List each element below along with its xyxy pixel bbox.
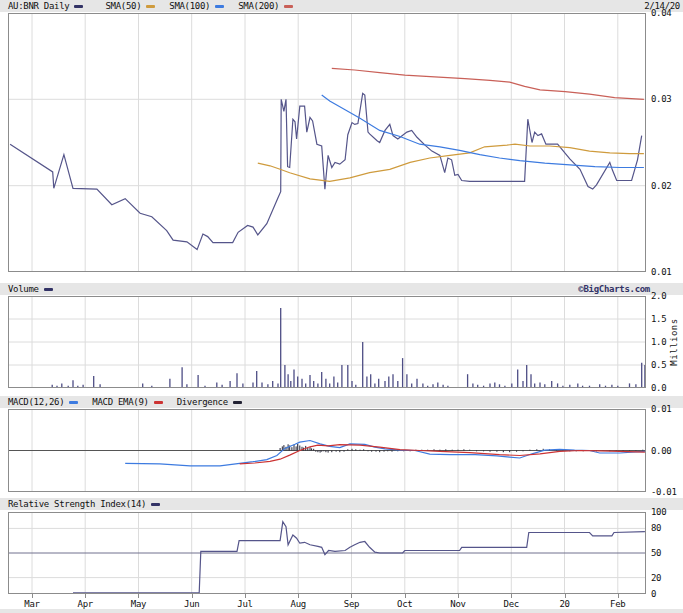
y-axis-label: 1.5	[651, 315, 666, 324]
macd-ema-legend-item: MACD EMA(9)	[92, 397, 162, 407]
y-axis-label: 100	[651, 508, 666, 517]
price-y-axis: 0.040.030.020.01	[651, 13, 683, 272]
stock-chart-page: AU:BNR Daily SMA(50) SMA(100) SMA(200) 2…	[0, 0, 683, 613]
x-axis-tick	[351, 594, 352, 598]
bottom-bar	[0, 609, 683, 613]
rsi-y-axis: 1008050200	[651, 512, 683, 594]
x-axis-label: Feb	[604, 599, 632, 609]
y-axis-label: 0.04	[651, 9, 671, 18]
y-axis-label: 0.00	[651, 447, 671, 456]
macd-swatch-icon	[69, 401, 78, 404]
symbol-label: AU:BNR Daily	[8, 1, 69, 11]
y-axis-label: 2.0	[651, 292, 666, 301]
price-plot-svg	[8, 13, 646, 272]
y-axis-label: 0	[651, 590, 656, 599]
price-legend-strip: AU:BNR Daily SMA(50) SMA(100) SMA(200) 2…	[0, 0, 683, 12]
x-axis-label: May	[124, 599, 152, 609]
sma100-legend-item: SMA(100)	[169, 1, 224, 11]
macd-ema-swatch-icon	[154, 401, 163, 404]
rsi-plot-svg	[8, 512, 646, 594]
x-axis-tick	[192, 594, 193, 598]
sma50-label: SMA(50)	[105, 1, 141, 11]
x-axis-tick	[565, 594, 566, 598]
y-axis-label: 0.02	[651, 182, 671, 191]
rsi-label: Relative Strength Index(14)	[8, 499, 146, 509]
sma50-legend-item: SMA(50)	[105, 1, 155, 11]
divergence-swatch-icon	[233, 401, 242, 404]
sma200-legend-item: SMA(200)	[238, 1, 293, 11]
y-axis-label: -0.01	[651, 488, 677, 497]
sma200-swatch-icon	[284, 5, 293, 8]
volume-swatch-icon	[44, 288, 53, 291]
divergence-legend-item: Divergence	[177, 397, 242, 407]
macd-ema-label: MACD EMA(9)	[92, 397, 148, 407]
x-axis-tick	[138, 594, 139, 598]
x-axis-label: Jul	[231, 599, 259, 609]
rsi-swatch-icon	[151, 503, 160, 506]
x-axis-tick	[32, 594, 33, 598]
sma50-swatch-icon	[146, 5, 155, 8]
x-axis-label: Mar	[18, 599, 46, 609]
y-axis-label: 50	[651, 549, 661, 558]
x-axis-label: 20	[551, 599, 579, 609]
x-axis-label: Nov	[444, 599, 472, 609]
x-axis-label: Jun	[178, 599, 206, 609]
y-axis-label: 80	[651, 524, 661, 533]
x-axis-tick	[245, 594, 246, 598]
sma100-swatch-icon	[215, 5, 224, 8]
y-axis-label: 0.5	[651, 361, 666, 370]
volume-legend-item: Volume	[8, 284, 53, 294]
x-axis-label: Oct	[391, 599, 419, 609]
rsi-chart-plot	[8, 512, 646, 594]
y-axis-label: 0.01	[651, 268, 671, 277]
macd-label: MACD(12,26)	[8, 397, 64, 407]
price-chart-plot	[8, 13, 646, 272]
x-axis-label: Apr	[71, 599, 99, 609]
x-axis-label: Dec	[497, 599, 525, 609]
volume-plot-svg	[8, 296, 646, 388]
y-axis-label: 20	[651, 574, 661, 583]
y-axis-label: 0.01	[651, 405, 671, 414]
x-axis-tick	[511, 594, 512, 598]
macd-legend-item: MACD(12,26)	[8, 397, 78, 407]
volume-chart-plot	[8, 296, 646, 388]
y-axis-label: 0.03	[651, 95, 671, 104]
sma200-label: SMA(200)	[238, 1, 279, 11]
y-axis-label: 0.0	[651, 384, 666, 393]
x-axis-tick	[458, 594, 459, 598]
macd-plot-svg	[8, 409, 646, 492]
x-axis-label: Aug	[284, 599, 312, 609]
x-axis-tick	[298, 594, 299, 598]
symbol-legend-item: AU:BNR Daily	[8, 1, 83, 11]
volume-legend-strip: Volume ©BigCharts.com	[0, 283, 683, 295]
sma100-label: SMA(100)	[169, 1, 210, 11]
x-axis-tick	[405, 594, 406, 598]
macd-legend-strip: MACD(12,26) MACD EMA(9) Divergence	[0, 396, 683, 408]
divergence-label: Divergence	[177, 397, 228, 407]
volume-axis-title: Millions	[668, 296, 680, 388]
rsi-legend-strip: Relative Strength Index(14)	[0, 498, 683, 510]
x-axis-tick	[85, 594, 86, 598]
y-axis-label: 1.0	[651, 338, 666, 347]
bigcharts-watermark-link[interactable]: ©BigCharts.com	[578, 284, 650, 294]
price-line-swatch-icon	[74, 5, 83, 8]
macd-chart-plot	[8, 409, 646, 492]
x-axis-tick	[618, 594, 619, 598]
rsi-legend-item: Relative Strength Index(14)	[8, 499, 160, 509]
x-axis-label: Sep	[337, 599, 365, 609]
volume-label: Volume	[8, 284, 39, 294]
macd-y-axis: 0.010.00-0.01	[651, 409, 683, 492]
